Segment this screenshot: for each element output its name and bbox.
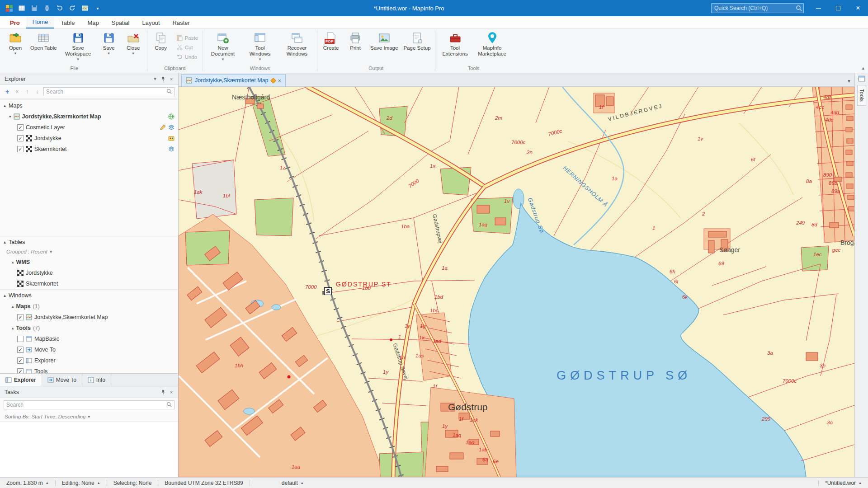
maximize-button[interactable] [828, 0, 848, 16]
layer-checkbox[interactable]: ✓ [17, 124, 24, 131]
qat-undo-icon[interactable] [54, 3, 65, 14]
qat-save-icon[interactable] [29, 3, 40, 14]
qat-open-table-icon[interactable] [16, 3, 27, 14]
tools-item-checkbox[interactable]: ✓ [17, 336, 24, 342]
document-tab-map[interactable]: Jordstykke,Skærmkortet Map × [181, 74, 286, 86]
tasks-sorting[interactable]: Sorting By: Start Time, Descending ▾ [0, 412, 178, 422]
status-style[interactable]: default▲ [275, 478, 310, 488]
close-panel-icon[interactable]: × [167, 388, 175, 396]
tables-grouping[interactable]: Grouped : Recent ▾ [0, 248, 178, 257]
tools-item-checkbox[interactable]: ✓ [17, 347, 24, 353]
close-table-button[interactable]: Close ▾ [122, 30, 145, 65]
recover-windows-button[interactable]: Recover Windows [279, 30, 315, 65]
create-pdf-button[interactable]: PDF Create [319, 30, 343, 65]
page-setup-button[interactable]: Page Setup [401, 30, 433, 65]
qat-print-icon[interactable] [42, 3, 52, 14]
qat-map-icon[interactable] [80, 3, 90, 14]
save-button[interactable]: Save ▾ [97, 30, 121, 65]
status-projection[interactable]: Bounded UTM Zone 32 ETRS89 [158, 478, 249, 488]
tool-row-explorer[interactable]: ✓ Explorer [0, 355, 178, 366]
layer-row-jordstykke[interactable]: ✓ Jordstykke [0, 133, 178, 144]
layer-row-skaermkortet[interactable]: ✓ Skærmkortet [0, 144, 178, 155]
tab-list-button[interactable]: ▾ [844, 75, 854, 86]
save-workspace-button[interactable]: Save Workspace ▾ [60, 30, 96, 65]
pencil-icon[interactable] [160, 124, 166, 131]
expand-icon[interactable]: ▾ [9, 114, 11, 119]
wms-group-node[interactable]: ▴ WMS [0, 257, 178, 267]
bottom-tab-explorer[interactable]: Explorer [0, 374, 42, 386]
cut-button[interactable]: Cut [174, 43, 201, 52]
tool-extensions-button[interactable]: Tool Extensions [437, 30, 473, 65]
layer-checkbox[interactable]: ✓ [17, 146, 24, 152]
remove-icon[interactable]: × [14, 88, 21, 95]
open-table-button[interactable]: Open Table [28, 30, 59, 65]
tasks-list[interactable] [0, 422, 178, 477]
close-button[interactable]: × [848, 0, 868, 16]
move-up-icon[interactable]: ↑ [24, 88, 31, 95]
map-canvas[interactable]: NæstholtgårdVILDBJERGVEJHERNINGSHOLM ÅGø… [179, 87, 854, 477]
bottom-tab-info[interactable]: Info [82, 374, 111, 386]
tool-row-mapbasic[interactable]: ✓ MapBasic [0, 333, 178, 344]
tab-map[interactable]: Map [81, 18, 105, 28]
tool-windows-button[interactable]: Tool Windows ▾ [242, 30, 278, 65]
window-checkbox[interactable]: ✓ [17, 314, 24, 320]
explorer-search-input[interactable] [44, 89, 166, 95]
save-image-button[interactable]: Save Image [368, 30, 400, 65]
windows-tools-group[interactable]: ▴ Tools (7) [0, 323, 178, 333]
tools-item-checkbox[interactable]: ✓ [17, 357, 24, 364]
quick-search-box[interactable] [711, 3, 804, 13]
status-workspace[interactable]: *Untitled.wor▲ [819, 478, 868, 488]
layer-row-cosmetic[interactable]: ✓ Cosmetic Layer [0, 122, 178, 133]
tools-vertical-tab[interactable]: Tools [857, 85, 866, 106]
mapinfo-marketplace-button[interactable]: MapInfo Marketplace [474, 30, 510, 65]
section-tables[interactable]: ▴ Tables [0, 236, 178, 248]
tab-table[interactable]: Table [54, 18, 81, 28]
tab-pro[interactable]: Pro [4, 18, 26, 28]
tab-layout[interactable]: Layout [136, 18, 166, 28]
pin-icon[interactable] [159, 388, 167, 396]
tasks-search[interactable] [4, 400, 175, 409]
layer-control-icon[interactable] [168, 124, 175, 131]
windows-maps-group[interactable]: ▴ Maps (1) [0, 301, 178, 312]
move-down-icon[interactable]: ↓ [33, 88, 41, 95]
mapinfo-logo-icon[interactable] [4, 3, 14, 14]
status-editing[interactable]: Editing: None▲ [56, 478, 107, 488]
tab-raster[interactable]: Raster [166, 18, 196, 28]
layer-control-icon[interactable] [168, 146, 175, 152]
new-document-button[interactable]: New Document ▾ [205, 30, 241, 65]
tab-home[interactable]: Home [26, 17, 55, 28]
table-row-skaermkortet[interactable]: Skærmkortet [0, 278, 178, 289]
qat-customize-icon[interactable]: ▾ [92, 3, 103, 14]
open-button[interactable]: Open ▾ [4, 30, 27, 65]
section-maps[interactable]: ▴ Maps [0, 99, 178, 111]
section-windows[interactable]: ▴ Windows [0, 289, 178, 301]
close-tab-icon[interactable]: × [278, 77, 282, 84]
panel-menu-icon[interactable]: ▾ [151, 75, 159, 83]
globe-icon[interactable] [168, 113, 175, 120]
explorer-search[interactable] [43, 87, 175, 96]
window-row-map[interactable]: ✓ Jordstykke,Skærmkortet Map [0, 312, 178, 323]
minimize-button[interactable] [808, 0, 828, 16]
copy-button[interactable]: Copy [149, 30, 173, 65]
tool-row-moveto[interactable]: ✓ Move To [0, 344, 178, 355]
quick-search-input[interactable] [712, 5, 795, 11]
undo-button[interactable]: Undo [174, 52, 201, 61]
collapse-ribbon-icon[interactable]: ▴ [862, 65, 864, 71]
tools-item-checkbox[interactable]: ✓ [17, 368, 24, 373]
print-button[interactable]: Print [344, 30, 367, 65]
bottom-tab-moveto[interactable]: Move To [42, 374, 82, 386]
layer-checkbox[interactable]: ✓ [17, 135, 24, 141]
paste-button[interactable]: Paste [174, 33, 201, 42]
status-zoom[interactable]: Zoom: 1.830 m▲ [0, 478, 55, 488]
status-selecting[interactable]: Selecting: None [107, 478, 158, 488]
table-row-jordstykke[interactable]: Jordstykke [0, 267, 178, 278]
qat-redo-icon[interactable] [67, 3, 78, 14]
map-root-node[interactable]: ▾ Jordstykke,Skærmkortet Map [0, 111, 178, 122]
tasks-search-input[interactable] [4, 402, 166, 408]
style-override-icon[interactable] [168, 135, 175, 141]
close-panel-icon[interactable]: × [167, 75, 175, 83]
pin-icon[interactable] [159, 75, 167, 83]
tool-row-tools[interactable]: ✓ Tools [0, 366, 178, 373]
tab-spatial[interactable]: Spatial [105, 18, 136, 28]
add-icon[interactable]: + [4, 88, 11, 95]
